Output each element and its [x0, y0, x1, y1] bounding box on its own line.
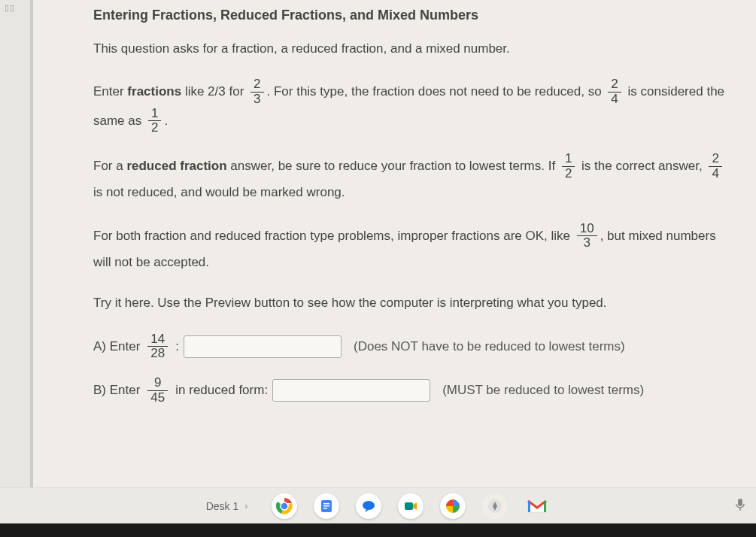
svg-rect-5: [323, 505, 329, 507]
bottom-bar: [0, 523, 756, 537]
question-label: B) Enter: [93, 383, 140, 398]
colon: :: [175, 339, 179, 354]
page-title: Entering Fractions, Reduced Fractions, a…: [93, 8, 733, 23]
taskbar: Desk 1 ›: [0, 487, 756, 523]
desk-label: Desk 1: [206, 500, 239, 512]
fraction: 23: [250, 77, 263, 106]
denominator: 2: [148, 121, 161, 135]
text: . For this type, the fraction does not n…: [267, 84, 606, 99]
numerator: 14: [147, 332, 168, 347]
numerator: 9: [147, 376, 168, 391]
document-page: Entering Fractions, Reduced Fractions, a…: [30, 0, 756, 496]
virtual-desk-switcher[interactable]: Desk 1 ›: [206, 500, 248, 512]
fraction: 12: [562, 152, 575, 181]
question-label: in reduced form:: [175, 383, 268, 398]
answer-b-input[interactable]: [272, 379, 430, 402]
chrome-icon[interactable]: [272, 493, 297, 519]
denominator: 45: [147, 391, 168, 405]
fraction: 945: [147, 376, 168, 405]
denominator: 4: [608, 93, 621, 107]
fraction: 24: [608, 77, 621, 106]
numerator: 1: [562, 152, 575, 167]
numerator: 1: [148, 107, 161, 122]
denominator: 3: [577, 236, 597, 250]
numerator: 2: [608, 77, 621, 93]
question-a-row: A) Enter 1428 : (Does NOT have to be red…: [93, 332, 733, 361]
answer-a-input[interactable]: [184, 335, 342, 358]
text: like 2/3 for: [181, 84, 247, 99]
svg-rect-10: [528, 501, 530, 512]
svg-rect-12: [738, 499, 742, 506]
text: Enter: [93, 84, 127, 99]
denominator: 28: [147, 347, 168, 361]
bold-text: reduced fraction: [126, 159, 226, 173]
fraction: 24: [709, 152, 721, 181]
paragraph-reduced: For a reduced fraction answer, be sure t…: [93, 152, 733, 205]
meet-icon[interactable]: [398, 493, 424, 519]
fraction: 1428: [147, 332, 168, 361]
numerator: 2: [250, 77, 263, 93]
question-label: A) Enter: [93, 339, 140, 354]
svg-rect-6: [323, 508, 327, 509]
fraction: 103: [577, 222, 597, 250]
question-b-row: B) Enter 945 in reduced form: (MUST be r…: [93, 376, 733, 405]
intro-text: This question asks for a fraction, a red…: [93, 37, 733, 61]
numerator: 2: [709, 152, 721, 167]
photos-icon[interactable]: [440, 493, 466, 519]
text: .: [164, 113, 168, 127]
text: is not reduced, and would be marked wron…: [93, 185, 345, 199]
gmail-icon[interactable]: [524, 493, 550, 519]
hint-text: (Does NOT have to be reduced to lowest t…: [354, 339, 625, 354]
fraction: 12: [148, 107, 161, 135]
svg-rect-8: [405, 502, 413, 510]
svg-point-7: [363, 501, 375, 510]
window-controls-icon: ▯▯: [5, 3, 15, 13]
numerator: 10: [577, 222, 597, 237]
text: is the correct answer,: [578, 159, 706, 173]
paragraph-improper: For both fraction and reduced fraction t…: [93, 222, 733, 275]
app-icon[interactable]: [482, 493, 508, 519]
bold-text: fractions: [127, 84, 181, 99]
svg-rect-4: [323, 503, 329, 505]
paragraph-fractions: Enter fractions like 2/3 for 23. For thi…: [93, 77, 733, 135]
text: For a: [93, 159, 126, 173]
chat-icon[interactable]: [356, 493, 381, 519]
text: For both fraction and reduced fraction t…: [93, 228, 574, 242]
denominator: 3: [250, 93, 263, 107]
docs-icon[interactable]: [314, 493, 339, 519]
chevron-right-icon: ›: [244, 501, 247, 511]
try-it-text: Try it here. Use the Preview button to s…: [93, 291, 733, 315]
denominator: 2: [562, 167, 575, 181]
svg-rect-11: [544, 501, 546, 512]
microphone-icon[interactable]: [735, 498, 745, 514]
hint-text: (MUST be reduced to lowest terms): [442, 383, 644, 398]
text: answer, be sure to reduce your fraction …: [227, 159, 559, 173]
denominator: 4: [709, 167, 721, 181]
